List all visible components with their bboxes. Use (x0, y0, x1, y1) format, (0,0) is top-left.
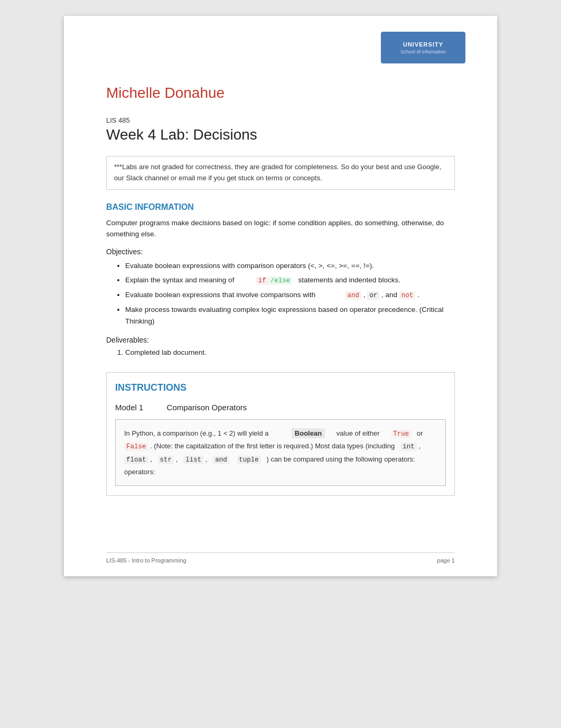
section-intro: Computer programs make decisions based o… (106, 217, 455, 240)
list-item: Evaluate boolean expressions that involv… (125, 289, 455, 301)
obj3-period: . (417, 291, 419, 299)
content-str: str (158, 456, 174, 464)
course-code: LIS 485 (106, 116, 455, 124)
content-true: True (391, 430, 411, 438)
list-item: Make process towards evaluating complex … (125, 304, 455, 327)
objective-2-rest: statements and indented blocks. (294, 276, 400, 284)
logo-top-text: UNIVERSITY (403, 41, 443, 48)
model-1-content: In Python, a comparison (e.g., 1 < 2) wi… (115, 419, 446, 486)
instructions-heading: INSTRUCTIONS (115, 382, 446, 393)
content-line1: In Python, a comparison (e.g., 1 < 2) wi… (124, 429, 269, 437)
content-line2: value of either (336, 429, 380, 437)
notice-box: ***Labs are not graded for correctness, … (106, 156, 455, 190)
content-end: ) can be compared using the following op… (267, 455, 415, 463)
content-int: int (400, 443, 417, 451)
content-and-inline: and (213, 456, 229, 464)
content-or: or (417, 429, 423, 437)
instructions-section: INSTRUCTIONS Model 1 Comparison Operator… (106, 372, 455, 496)
content-tuple: tuple (237, 456, 261, 464)
model-1-label: Model 1 (115, 403, 143, 412)
notice-text: ***Labs are not graded for correctness, … (114, 163, 441, 182)
deliverables-list: Completed lab document. (125, 348, 455, 356)
document-page: UNIVERSITY School of Information Michell… (64, 16, 497, 576)
objective-4-text: Make process towards evaluating complex … (125, 306, 444, 325)
page-footer: LIS-485 - Intro to Programming page 1 (106, 552, 455, 564)
code-slash: /else (268, 277, 293, 285)
list-item: Evaluate boolean expressions with compar… (125, 260, 455, 272)
objective-1-text: Evaluate boolean expressions with compar… (125, 262, 374, 270)
basic-info-section: BASIC INFORMATION Computer programs make… (106, 202, 455, 356)
model-1-title: Model 1 Comparison Operators (115, 403, 446, 412)
content-list: list (183, 456, 203, 464)
content-float: float (124, 456, 148, 464)
university-logo: UNIVERSITY School of Information (381, 32, 465, 63)
objective-3-text: Evaluate boolean expressions that involv… (125, 291, 343, 299)
objectives-label: Objectives: (106, 247, 455, 256)
objectives-list: Evaluate boolean expressions with compar… (125, 260, 455, 327)
deliverables-label: Deliverables: (106, 336, 455, 344)
deliverable-1: Completed lab document. (125, 348, 207, 356)
content-boolean: Boolean (292, 428, 325, 438)
code-or: or (367, 291, 379, 300)
author-name: Michelle Donahue (106, 85, 455, 102)
objective-2-text: Explain the syntax and meaning of (125, 276, 254, 284)
logo-bottom-text: School of Information (400, 49, 445, 54)
doc-title: Week 4 Lab: Decisions (106, 126, 455, 143)
content-rest: . (Note: the capitalization of the first… (150, 442, 395, 450)
content-operators-label: operators: (124, 468, 155, 476)
footer-left: LIS-485 - Intro to Programming (106, 557, 186, 564)
basic-info-heading: BASIC INFORMATION (106, 202, 455, 212)
code-not: not (399, 291, 416, 300)
list-item: Explain the syntax and meaning of if/els… (125, 274, 455, 286)
model-1-name: Comparison Operators (167, 403, 247, 412)
list-item: Completed lab document. (125, 348, 455, 356)
content-false: False (124, 443, 148, 451)
model-1: Model 1 Comparison Operators In Python, … (115, 403, 446, 486)
footer-right: page 1 (437, 557, 455, 564)
code-if: if (256, 277, 268, 285)
code-and: and (345, 291, 361, 300)
obj3-comma2: , and (381, 291, 399, 299)
